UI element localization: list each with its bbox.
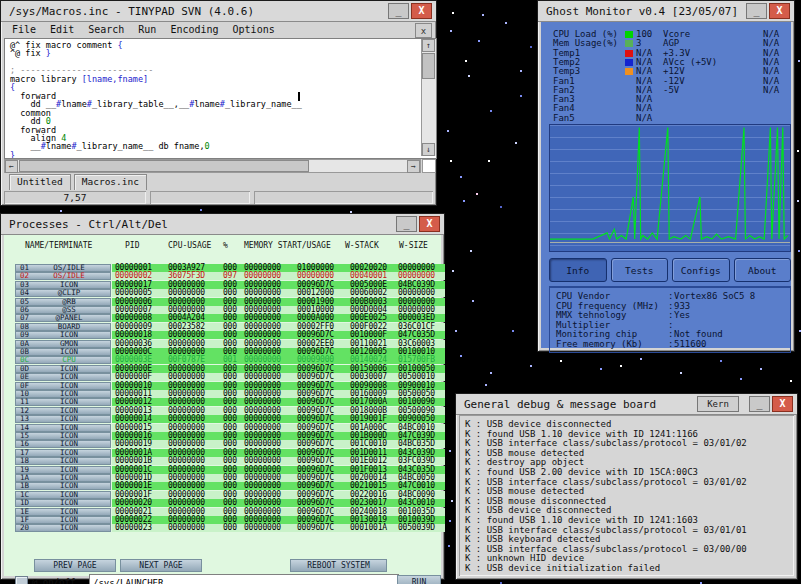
vertical-scrollbar[interactable]: ↑ ↓ [421,39,436,156]
window-ghost-monitor: Ghost Monitor v0.4 [23/05/07] _ X CPU Lo… [537,0,795,352]
menu-file[interactable]: File [12,24,36,35]
sensor-row: Fan5N/A [541,114,791,123]
star [447,130,449,132]
cell: 000 [223,524,237,532]
tinypad-titlebar[interactable]: /sys/Macros.inc - TINYPAD SVN (4.0.6) _ … [1,1,436,22]
menu-search[interactable]: Search [88,24,124,35]
scroll-down-icon[interactable]: ↓ [422,143,435,156]
terminate-process-button[interactable]: 04@CLIP [15,289,111,297]
tab-info[interactable]: Info [549,258,607,282]
scroll-right-icon[interactable]: → [407,160,420,173]
debug-message: K : USB device initialization failed [465,564,794,574]
next-page-button[interactable]: NEXT PAGE [120,559,202,572]
terminate-process-button[interactable]: 13ICON [15,415,111,423]
editor-tabs: Untitled Macros.inc [4,174,433,190]
onoff-checkbox[interactable] [15,576,28,584]
minimize-button[interactable]: _ [746,3,767,19]
window-tinypad: /sys/Macros.inc - TINYPAD SVN (4.0.6) _ … [0,0,437,206]
menu-run[interactable]: Run [138,24,156,35]
editor-close-x-button[interactable]: x [415,23,432,38]
star [450,160,452,162]
close-button[interactable]: X [411,3,432,19]
col-pid: PID [125,241,139,250]
kern-button[interactable]: Kern [697,396,739,412]
terminate-process-button[interactable]: 1DICON [15,499,111,507]
terminate-process-button[interactable]: 09ICON [15,331,111,339]
cell: 00096D7C [297,524,334,532]
tab-tests[interactable]: Tests [611,258,669,282]
code-text: @^ fix macro comment {^@ fix } ; -------… [10,41,302,159]
star [490,372,492,374]
table-header: NAME/TERMINATE PID CPU-USAGE % MEMORY ST… [4,241,441,251]
scroll-up-icon[interactable]: ↑ [422,39,435,52]
info-row: Free memory (Kb):511600 [550,340,790,350]
code-line: dd __#lname#_library_table__,__#lname#_l… [10,100,302,108]
run-button[interactable]: RUN [397,575,441,584]
code-line: macro library [lname,fname] [10,75,302,83]
star [449,520,451,522]
code-line: @^ fix macro comment { [10,41,302,49]
close-button[interactable]: X [419,216,440,232]
graph-baseline [550,242,790,243]
star [797,200,799,202]
menu-edit[interactable]: Edit [50,24,74,35]
star [790,380,792,382]
minimize-button[interactable]: _ [388,3,409,19]
process-rows: 01OS/IDLE000000010003A927000000000000100… [4,264,441,534]
star [720,360,722,362]
tab-macros-inc[interactable]: Macros.inc [74,174,147,190]
code-editor[interactable]: @^ fix macro comment {^@ fix } ; -------… [4,38,437,159]
process-table: NAME/TERMINATE PID CPU-USAGE % MEMORY ST… [4,235,441,576]
minimize-button[interactable]: _ [749,396,770,412]
close-button[interactable]: X [772,396,793,412]
tab-untitled[interactable]: Untitled [9,174,71,190]
processes-title: Processes - Ctrl/Alt/Del [9,218,168,231]
ghost-body: CPU Load (%)100VcoreN/AMem Usage(%)3AGPN… [541,22,791,348]
terminate-process-button[interactable]: 20ICON [15,524,111,532]
terminate-process-button[interactable]: 0EICON [15,373,111,381]
star [512,330,514,332]
editor-statusbar: 7,57 [4,191,433,204]
debug-titlebar[interactable]: General debug & message board Kern _ X [456,394,797,415]
close-button[interactable]: X [769,3,790,19]
tab-configs[interactable]: Configs [672,258,730,282]
minimize-button[interactable]: _ [396,216,417,232]
ghost-titlebar[interactable]: Ghost Monitor v0.4 [23/05/07] _ X [538,1,794,22]
scroll-left-icon[interactable]: ← [5,160,18,173]
reboot-system-button[interactable]: REBOOT SYSTEM [290,559,387,572]
prev-page-button[interactable]: PREV PAGE [34,559,116,572]
star [476,193,478,195]
menu-options[interactable]: Options [233,24,275,35]
ghost-title: Ghost Monitor v0.4 [23/05/07] [546,5,738,18]
horizontal-scroll-thumb[interactable] [19,160,309,172]
code-line: __#lname#_library_name__ db fname,0 [10,142,302,150]
processes-titlebar[interactable]: Processes - Ctrl/Alt/Del _ X [1,214,444,235]
star [452,270,454,272]
star [463,200,465,202]
star [490,110,492,112]
col-memory: MEMORY START/USAGE [244,241,331,250]
star [740,378,742,380]
status-cell-2 [150,191,250,204]
vertical-scroll-thumb[interactable] [422,53,435,79]
cpu-load-graph [549,124,791,252]
onoff-label: @ on/off [32,577,75,584]
launcher-path-input[interactable] [89,574,399,584]
tab-about[interactable]: About [734,258,792,282]
text-caret [298,92,300,101]
sensor-swatch [625,31,633,38]
menu-encoding[interactable]: Encoding [170,24,218,35]
star [455,330,457,332]
star [680,372,682,374]
cell: 00000000 [168,524,205,532]
star [452,12,454,14]
sensor-row: Fan3N/A [541,95,791,104]
window-debug-board: General debug & message board Kern _ X K… [455,393,798,580]
star [560,360,562,362]
star [520,70,522,72]
horizontal-scrollbar[interactable]: ← → [4,159,421,173]
terminate-process-button[interactable]: 18ICON [15,457,111,465]
cell: 00000000 [244,524,281,532]
col-cpu-usage: CPU-USAGE [168,241,211,250]
star [482,14,484,16]
